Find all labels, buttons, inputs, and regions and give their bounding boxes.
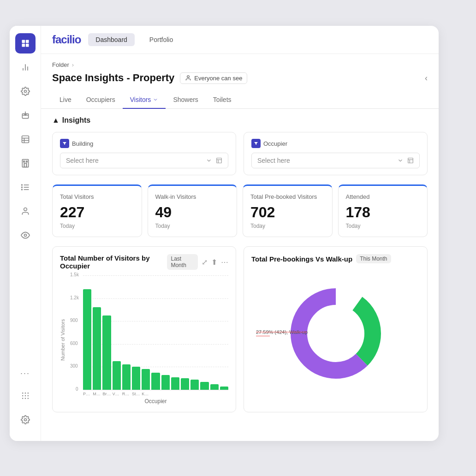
- donut-chart-wrap: 27.59% (424), Walk-up: [251, 269, 420, 398]
- main-content: facilio Dashboard Portfolio Folder › Spa…: [41, 26, 439, 441]
- chevron-down-icon: [153, 97, 158, 102]
- stat-value-prebooked: 702: [250, 204, 325, 221]
- bar-item: [132, 275, 140, 390]
- sidebar-item-settings[interactable]: [15, 81, 36, 101]
- grid-line-0: 0: [83, 390, 228, 390]
- svg-point-35: [27, 398, 29, 399]
- bar-item: [210, 275, 219, 390]
- svg-point-32: [27, 395, 29, 397]
- expand-icon[interactable]: ⤢: [202, 258, 208, 267]
- sidebar-item-eye[interactable]: [15, 225, 36, 245]
- svg-point-26: [24, 234, 26, 237]
- app-logo: facilio: [52, 33, 81, 46]
- insights-section: ▲ Insights Building Select here: [41, 109, 439, 420]
- filter-select-icons: [206, 157, 222, 164]
- bar-item: [102, 275, 111, 390]
- svg-point-23: [21, 187, 22, 188]
- insights-collapse-icon[interactable]: ▲: [52, 116, 60, 125]
- bar-labels-row: Peel huntMil BankBrazeVorbossRPMIStaceKe…: [69, 392, 228, 396]
- bar-item: [113, 275, 121, 390]
- tab-live[interactable]: Live: [52, 91, 79, 109]
- bar-chart-badge[interactable]: Last Month: [167, 254, 198, 270]
- bar-chart-header: Total Number of Visitors by Occupier Las…: [60, 254, 228, 270]
- svg-point-36: [24, 419, 26, 421]
- stat-label-prebooked: Total Pre-booked Visitors: [250, 193, 325, 200]
- bar-chart-wrap: Number of Visitors 1.5k 1.2k 900 600: [60, 275, 228, 405]
- bar-item: [93, 275, 101, 390]
- filter-select-icons2: [397, 157, 414, 164]
- insights-title: Insights: [62, 116, 90, 125]
- breadcrumb-folder[interactable]: Folder: [52, 61, 69, 68]
- stat-period-attended: Today: [346, 223, 420, 229]
- sidebar-item-chart[interactable]: [15, 57, 36, 77]
- charts-row: Total Number of Visitors by Occupier Las…: [52, 246, 428, 412]
- building-filter-icon: [60, 139, 69, 148]
- bars-container: [83, 275, 228, 390]
- breadcrumb-chevron-icon: ›: [72, 61, 74, 68]
- svg-point-7: [24, 90, 26, 93]
- building-select[interactable]: Select here: [60, 153, 228, 168]
- svg-rect-38: [217, 158, 222, 163]
- visibility-badge[interactable]: Everyone can see: [180, 72, 247, 84]
- funnel-icon: [62, 141, 67, 146]
- collapse-button[interactable]: ‹: [425, 73, 428, 83]
- bar-item: [122, 275, 131, 390]
- donut-chart-badge[interactable]: This Month: [356, 254, 391, 263]
- sidebar-item-table[interactable]: [15, 129, 36, 149]
- more-icon[interactable]: ⋯: [221, 258, 228, 267]
- sidebar-item-person[interactable]: [15, 201, 36, 221]
- stat-value-total-visitors: 227: [60, 204, 134, 221]
- stat-prebooked-visitors: Total Pre-booked Visitors 702 Today: [243, 184, 333, 237]
- tab-showers[interactable]: Showers: [166, 91, 205, 109]
- svg-point-33: [22, 398, 23, 399]
- page-title: Space Insights - Property: [52, 72, 174, 84]
- page-header: Folder › Space Insights - Property Every…: [41, 54, 439, 84]
- svg-rect-1: [25, 40, 29, 43]
- tab-toilets[interactable]: Toilets: [206, 91, 239, 109]
- sidebar-apps-icon[interactable]: [15, 386, 36, 406]
- bar-item: [200, 275, 208, 390]
- x-axis-title: Occupier: [69, 398, 228, 405]
- chevron-down-icon: [397, 157, 404, 164]
- svg-rect-18: [26, 161, 27, 162]
- stat-total-visitors: Total Visitors 227 Today: [52, 184, 142, 237]
- funnel-icon: [253, 141, 259, 146]
- sidebar-item-ticket[interactable]: [15, 105, 36, 125]
- tab-occupiers[interactable]: Occupiers: [79, 91, 123, 109]
- export-icon[interactable]: ⬆: [211, 258, 217, 267]
- bar-item: [151, 275, 160, 390]
- svg-rect-3: [25, 44, 29, 47]
- svg-point-28: [24, 393, 26, 394]
- stat-value-attended: 178: [346, 204, 420, 221]
- stat-label-walkin: Walk-in Visitors: [155, 193, 230, 200]
- svg-rect-0: [22, 40, 25, 43]
- bar-item: [220, 275, 228, 390]
- building-filter-label: Building: [60, 139, 228, 148]
- bar-chart-inner: 1.5k 1.2k 900 600 300 0: [69, 275, 228, 405]
- stat-period-prebooked: Today: [250, 223, 325, 229]
- svg-point-29: [27, 393, 29, 394]
- occupier-filter-label: Occupier: [251, 139, 420, 148]
- nav-dashboard-button[interactable]: Dashboard: [88, 33, 135, 46]
- donut-center: [308, 306, 363, 361]
- breadcrumb: Folder ›: [52, 61, 428, 68]
- occupier-filter-icon: [251, 139, 261, 148]
- tab-visitors[interactable]: Visitors: [123, 91, 166, 109]
- tabs: Live Occupiers Visitors Showers Toilets: [41, 91, 439, 109]
- bar-chart-actions: ⤢ ⬆ ⋯: [202, 258, 228, 267]
- nav-portfolio-button[interactable]: Portfolio: [142, 33, 180, 46]
- table-icon: [216, 157, 222, 164]
- occupier-select[interactable]: Select here: [251, 153, 420, 168]
- top-nav: facilio Dashboard Portfolio: [41, 26, 439, 54]
- sidebar-gear-icon[interactable]: [15, 410, 36, 430]
- sidebar-item-building[interactable]: [15, 153, 36, 173]
- sidebar-item-list[interactable]: [15, 177, 36, 197]
- donut-chart-card: Total Pre-bookings Vs Walk-up This Month…: [244, 246, 428, 412]
- svg-point-27: [22, 393, 23, 394]
- sidebar-item-dashboard[interactable]: [15, 33, 36, 54]
- insights-filters: Building Select here: [52, 132, 428, 175]
- svg-point-31: [24, 395, 26, 397]
- sidebar-more[interactable]: ···: [17, 365, 34, 382]
- page-title-row: Space Insights - Property Everyone can s…: [52, 72, 428, 84]
- svg-rect-41: [408, 158, 413, 163]
